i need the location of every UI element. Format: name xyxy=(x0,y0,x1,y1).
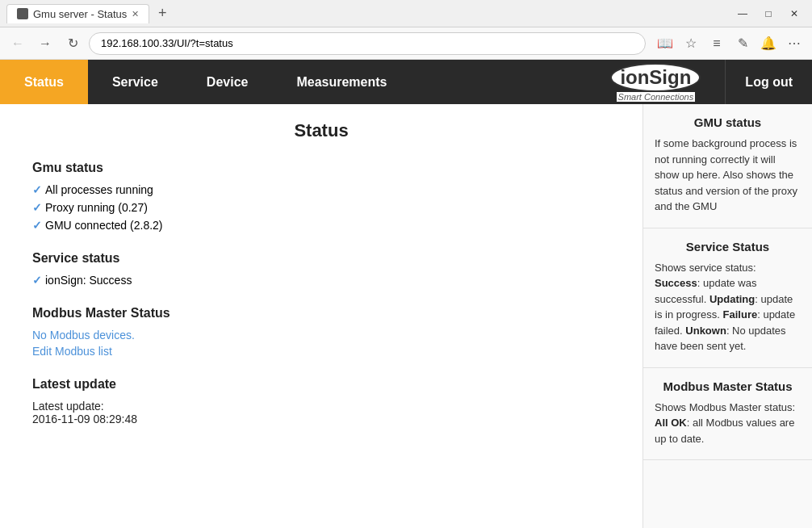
address-bar[interactable] xyxy=(89,32,646,55)
sidebar-gmu-title: GMU status xyxy=(655,115,801,129)
new-tab-button[interactable]: + xyxy=(153,4,172,23)
status-text-proxy: Proxy running (0.27) xyxy=(45,201,148,214)
sidebar-modbus-title: Modbus Master Status xyxy=(655,379,801,393)
bookmark-icon[interactable]: ☆ xyxy=(680,32,702,55)
latest-update-title: Latest update xyxy=(32,377,610,392)
close-button[interactable]: ✕ xyxy=(783,6,806,22)
page-title: Status xyxy=(32,120,610,141)
back-button[interactable]: ← xyxy=(6,32,29,55)
app-nav: Status Service Device Measurements ionSi… xyxy=(0,60,812,104)
more-icon[interactable]: ⋯ xyxy=(783,32,806,55)
content-area: Status Gmu status ✓ All processes runnin… xyxy=(0,104,642,528)
check-icon-proxy: ✓ xyxy=(32,201,42,214)
status-item-proxy: ✓ Proxy running (0.27) xyxy=(32,201,610,214)
account-icon[interactable]: 🔔 xyxy=(757,32,780,55)
service-status-title: Service status xyxy=(32,251,610,266)
main-content: Status Gmu status ✓ All processes runnin… xyxy=(0,104,812,528)
logo-text: ionSign xyxy=(610,63,701,92)
reading-list-icon[interactable]: 📖 xyxy=(654,32,676,55)
sidebar-service-text: Shows service status: Success: update wa… xyxy=(655,260,801,354)
edit-modbus-link[interactable]: Edit Modbus list xyxy=(32,345,610,358)
gmu-status-title: Gmu status xyxy=(32,161,610,175)
nav-item-service[interactable]: Service xyxy=(88,60,182,104)
latest-update-value: 2016-11-09 08:29:48 xyxy=(32,413,610,425)
sidebar-service-title: Service Status xyxy=(655,240,801,254)
sidebar-unknown-bold: Unkown xyxy=(685,325,726,337)
status-item-gmu: ✓ GMU connected (2.8.2) xyxy=(32,219,610,232)
forward-button[interactable]: → xyxy=(34,32,57,55)
modbus-status-title: Modbus Master Status xyxy=(32,306,610,321)
menu-icon[interactable]: ≡ xyxy=(705,32,728,55)
service-status-section: Service status ✓ ionSign: Success xyxy=(32,251,610,287)
status-text-ionsign: ionSign: Success xyxy=(45,274,132,287)
nav-item-measurements[interactable]: Measurements xyxy=(272,60,411,104)
toolbar-icons: 📖 ☆ ≡ ✎ 🔔 ⋯ xyxy=(654,32,806,55)
nav-item-status[interactable]: Status xyxy=(0,60,88,104)
logout-button[interactable]: Log out xyxy=(725,60,812,104)
modbus-status-section: Modbus Master Status No Modbus devices. … xyxy=(32,306,610,358)
sidebar-service-status: Service Status Shows service status: Suc… xyxy=(643,228,812,368)
no-modbus-text: No Modbus devices. xyxy=(32,329,610,342)
sidebar-failure-bold: Failure xyxy=(723,308,758,321)
status-item-ionsign: ✓ ionSign: Success xyxy=(32,274,610,287)
browser-titlebar: Gmu server - Status ✕ + — □ ✕ xyxy=(0,0,812,27)
app-logo: ionSign Smart Connections xyxy=(594,60,717,104)
check-icon-gmu: ✓ xyxy=(32,219,42,232)
gmu-status-section: Gmu status ✓ All processes running ✓ Pro… xyxy=(32,161,610,232)
logo-subtitle: Smart Connections xyxy=(617,92,696,102)
tab-title: Gmu server - Status xyxy=(33,8,127,20)
browser-toolbar: ← → ↻ 📖 ☆ ≡ ✎ 🔔 ⋯ xyxy=(0,27,812,60)
latest-update-section: Latest update Latest update: 2016-11-09 … xyxy=(32,377,610,425)
sidebar-success-bold: Success xyxy=(655,277,697,289)
check-icon-processes: ✓ xyxy=(32,183,42,196)
maximize-button[interactable]: □ xyxy=(757,6,780,22)
sidebar-updating-bold: Updating xyxy=(709,293,755,305)
sidebar-gmu-text: If some background process is not runnin… xyxy=(655,136,801,215)
tab-close-button[interactable]: ✕ xyxy=(132,9,139,19)
extensions-icon[interactable]: ✎ xyxy=(731,32,754,55)
minimize-button[interactable]: — xyxy=(731,6,754,22)
window-controls: — □ ✕ xyxy=(731,6,806,22)
sidebar-modbus-status: Modbus Master Status Shows Modbus Master… xyxy=(643,368,812,461)
check-icon-ionsign: ✓ xyxy=(32,274,42,287)
sidebar: GMU status If some background process is… xyxy=(642,104,812,528)
status-text-processes: All processes running xyxy=(45,183,153,196)
browser-tab[interactable]: Gmu server - Status ✕ xyxy=(6,4,149,23)
refresh-button[interactable]: ↻ xyxy=(61,32,84,55)
sidebar-gmu-status: GMU status If some background process is… xyxy=(643,104,812,228)
nav-item-device[interactable]: Device xyxy=(182,60,273,104)
tab-favicon xyxy=(17,8,28,19)
status-text-gmu: GMU connected (2.8.2) xyxy=(45,219,163,232)
sidebar-modbus-text: Shows Modbus Master status: All OK: all … xyxy=(655,400,801,447)
latest-update-label: Latest update: xyxy=(32,400,610,413)
sidebar-allok-bold: All OK xyxy=(655,417,687,429)
status-item-processes: ✓ All processes running xyxy=(32,183,610,196)
